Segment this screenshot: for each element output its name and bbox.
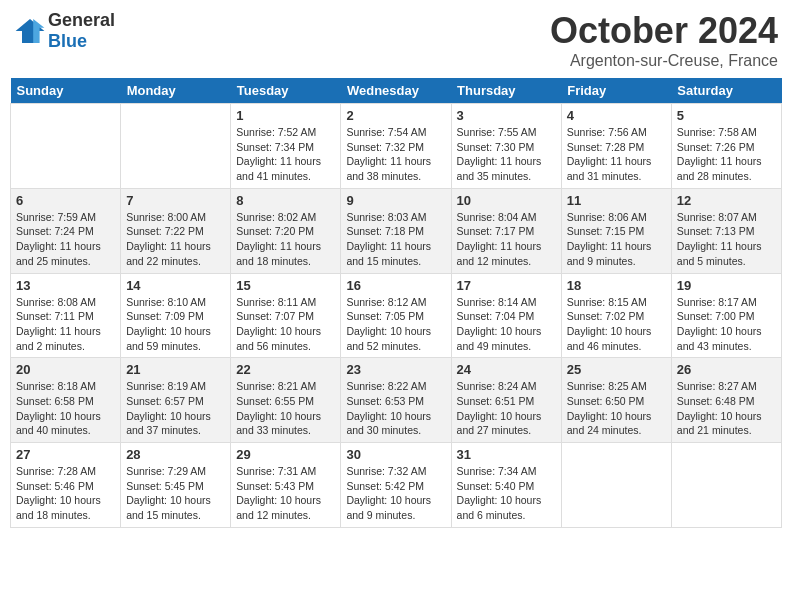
day-info: Sunrise: 8:18 AM Sunset: 6:58 PM Dayligh… xyxy=(16,379,115,438)
day-info: Sunrise: 8:24 AM Sunset: 6:51 PM Dayligh… xyxy=(457,379,556,438)
day-number: 10 xyxy=(457,193,556,208)
day-info: Sunrise: 7:54 AM Sunset: 7:32 PM Dayligh… xyxy=(346,125,445,184)
week-row-2: 6 Sunrise: 7:59 AM Sunset: 7:24 PM Dayli… xyxy=(11,188,782,273)
day-number: 11 xyxy=(567,193,666,208)
day-number: 1 xyxy=(236,108,335,123)
calendar-cell: 27 Sunrise: 7:28 AM Sunset: 5:46 PM Dayl… xyxy=(11,443,121,528)
calendar-cell: 12 Sunrise: 8:07 AM Sunset: 7:13 PM Dayl… xyxy=(671,188,781,273)
day-info: Sunrise: 8:10 AM Sunset: 7:09 PM Dayligh… xyxy=(126,295,225,354)
calendar-cell: 24 Sunrise: 8:24 AM Sunset: 6:51 PM Dayl… xyxy=(451,358,561,443)
day-info: Sunrise: 7:55 AM Sunset: 7:30 PM Dayligh… xyxy=(457,125,556,184)
day-number: 15 xyxy=(236,278,335,293)
day-number: 9 xyxy=(346,193,445,208)
day-info: Sunrise: 8:19 AM Sunset: 6:57 PM Dayligh… xyxy=(126,379,225,438)
day-info: Sunrise: 8:12 AM Sunset: 7:05 PM Dayligh… xyxy=(346,295,445,354)
day-number: 18 xyxy=(567,278,666,293)
location: Argenton-sur-Creuse, France xyxy=(550,52,778,70)
day-header-row: SundayMondayTuesdayWednesdayThursdayFrid… xyxy=(11,78,782,104)
day-info: Sunrise: 8:14 AM Sunset: 7:04 PM Dayligh… xyxy=(457,295,556,354)
day-number: 21 xyxy=(126,362,225,377)
week-row-5: 27 Sunrise: 7:28 AM Sunset: 5:46 PM Dayl… xyxy=(11,443,782,528)
day-number: 19 xyxy=(677,278,776,293)
logo-icon xyxy=(14,15,46,47)
day-number: 6 xyxy=(16,193,115,208)
day-number: 12 xyxy=(677,193,776,208)
calendar-cell: 30 Sunrise: 7:32 AM Sunset: 5:42 PM Dayl… xyxy=(341,443,451,528)
calendar-cell: 6 Sunrise: 7:59 AM Sunset: 7:24 PM Dayli… xyxy=(11,188,121,273)
day-number: 25 xyxy=(567,362,666,377)
day-info: Sunrise: 8:15 AM Sunset: 7:02 PM Dayligh… xyxy=(567,295,666,354)
day-number: 30 xyxy=(346,447,445,462)
calendar-cell: 17 Sunrise: 8:14 AM Sunset: 7:04 PM Dayl… xyxy=(451,273,561,358)
day-number: 5 xyxy=(677,108,776,123)
week-row-4: 20 Sunrise: 8:18 AM Sunset: 6:58 PM Dayl… xyxy=(11,358,782,443)
day-info: Sunrise: 7:34 AM Sunset: 5:40 PM Dayligh… xyxy=(457,464,556,523)
day-info: Sunrise: 7:32 AM Sunset: 5:42 PM Dayligh… xyxy=(346,464,445,523)
calendar-cell: 1 Sunrise: 7:52 AM Sunset: 7:34 PM Dayli… xyxy=(231,104,341,189)
calendar-cell: 19 Sunrise: 8:17 AM Sunset: 7:00 PM Dayl… xyxy=(671,273,781,358)
day-number: 17 xyxy=(457,278,556,293)
day-info: Sunrise: 7:58 AM Sunset: 7:26 PM Dayligh… xyxy=(677,125,776,184)
day-number: 23 xyxy=(346,362,445,377)
day-number: 4 xyxy=(567,108,666,123)
day-number: 24 xyxy=(457,362,556,377)
calendar-cell: 13 Sunrise: 8:08 AM Sunset: 7:11 PM Dayl… xyxy=(11,273,121,358)
calendar-cell: 20 Sunrise: 8:18 AM Sunset: 6:58 PM Dayl… xyxy=(11,358,121,443)
day-info: Sunrise: 7:52 AM Sunset: 7:34 PM Dayligh… xyxy=(236,125,335,184)
day-number: 13 xyxy=(16,278,115,293)
day-info: Sunrise: 7:31 AM Sunset: 5:43 PM Dayligh… xyxy=(236,464,335,523)
day-header-monday: Monday xyxy=(121,78,231,104)
logo-blue-text: Blue xyxy=(48,31,87,51)
day-info: Sunrise: 8:11 AM Sunset: 7:07 PM Dayligh… xyxy=(236,295,335,354)
day-info: Sunrise: 8:27 AM Sunset: 6:48 PM Dayligh… xyxy=(677,379,776,438)
day-info: Sunrise: 8:06 AM Sunset: 7:15 PM Dayligh… xyxy=(567,210,666,269)
day-info: Sunrise: 7:56 AM Sunset: 7:28 PM Dayligh… xyxy=(567,125,666,184)
week-row-3: 13 Sunrise: 8:08 AM Sunset: 7:11 PM Dayl… xyxy=(11,273,782,358)
day-info: Sunrise: 7:59 AM Sunset: 7:24 PM Dayligh… xyxy=(16,210,115,269)
day-number: 31 xyxy=(457,447,556,462)
day-header-wednesday: Wednesday xyxy=(341,78,451,104)
calendar-cell: 15 Sunrise: 8:11 AM Sunset: 7:07 PM Dayl… xyxy=(231,273,341,358)
calendar-cell: 10 Sunrise: 8:04 AM Sunset: 7:17 PM Dayl… xyxy=(451,188,561,273)
calendar-cell xyxy=(561,443,671,528)
calendar-cell: 25 Sunrise: 8:25 AM Sunset: 6:50 PM Dayl… xyxy=(561,358,671,443)
calendar-table: SundayMondayTuesdayWednesdayThursdayFrid… xyxy=(10,78,782,528)
calendar-cell: 31 Sunrise: 7:34 AM Sunset: 5:40 PM Dayl… xyxy=(451,443,561,528)
day-number: 26 xyxy=(677,362,776,377)
day-header-saturday: Saturday xyxy=(671,78,781,104)
day-info: Sunrise: 8:08 AM Sunset: 7:11 PM Dayligh… xyxy=(16,295,115,354)
day-number: 16 xyxy=(346,278,445,293)
day-info: Sunrise: 8:04 AM Sunset: 7:17 PM Dayligh… xyxy=(457,210,556,269)
day-number: 2 xyxy=(346,108,445,123)
day-number: 22 xyxy=(236,362,335,377)
calendar-cell xyxy=(121,104,231,189)
day-number: 14 xyxy=(126,278,225,293)
calendar-cell: 18 Sunrise: 8:15 AM Sunset: 7:02 PM Dayl… xyxy=(561,273,671,358)
day-info: Sunrise: 8:17 AM Sunset: 7:00 PM Dayligh… xyxy=(677,295,776,354)
day-header-friday: Friday xyxy=(561,78,671,104)
calendar-cell: 7 Sunrise: 8:00 AM Sunset: 7:22 PM Dayli… xyxy=(121,188,231,273)
calendar-cell: 29 Sunrise: 7:31 AM Sunset: 5:43 PM Dayl… xyxy=(231,443,341,528)
calendar-cell: 2 Sunrise: 7:54 AM Sunset: 7:32 PM Dayli… xyxy=(341,104,451,189)
day-number: 3 xyxy=(457,108,556,123)
calendar-cell: 21 Sunrise: 8:19 AM Sunset: 6:57 PM Dayl… xyxy=(121,358,231,443)
calendar-cell: 26 Sunrise: 8:27 AM Sunset: 6:48 PM Dayl… xyxy=(671,358,781,443)
title-block: October 2024 Argenton-sur-Creuse, France xyxy=(550,10,778,70)
day-number: 20 xyxy=(16,362,115,377)
day-number: 29 xyxy=(236,447,335,462)
calendar-cell: 23 Sunrise: 8:22 AM Sunset: 6:53 PM Dayl… xyxy=(341,358,451,443)
day-number: 8 xyxy=(236,193,335,208)
day-header-thursday: Thursday xyxy=(451,78,561,104)
calendar-cell: 5 Sunrise: 7:58 AM Sunset: 7:26 PM Dayli… xyxy=(671,104,781,189)
calendar-cell: 8 Sunrise: 8:02 AM Sunset: 7:20 PM Dayli… xyxy=(231,188,341,273)
day-info: Sunrise: 8:00 AM Sunset: 7:22 PM Dayligh… xyxy=(126,210,225,269)
day-info: Sunrise: 8:07 AM Sunset: 7:13 PM Dayligh… xyxy=(677,210,776,269)
calendar-cell: 16 Sunrise: 8:12 AM Sunset: 7:05 PM Dayl… xyxy=(341,273,451,358)
day-info: Sunrise: 8:21 AM Sunset: 6:55 PM Dayligh… xyxy=(236,379,335,438)
logo-general-text: General xyxy=(48,10,115,30)
logo: General Blue xyxy=(14,10,115,52)
day-number: 7 xyxy=(126,193,225,208)
week-row-1: 1 Sunrise: 7:52 AM Sunset: 7:34 PM Dayli… xyxy=(11,104,782,189)
day-info: Sunrise: 7:29 AM Sunset: 5:45 PM Dayligh… xyxy=(126,464,225,523)
day-info: Sunrise: 7:28 AM Sunset: 5:46 PM Dayligh… xyxy=(16,464,115,523)
